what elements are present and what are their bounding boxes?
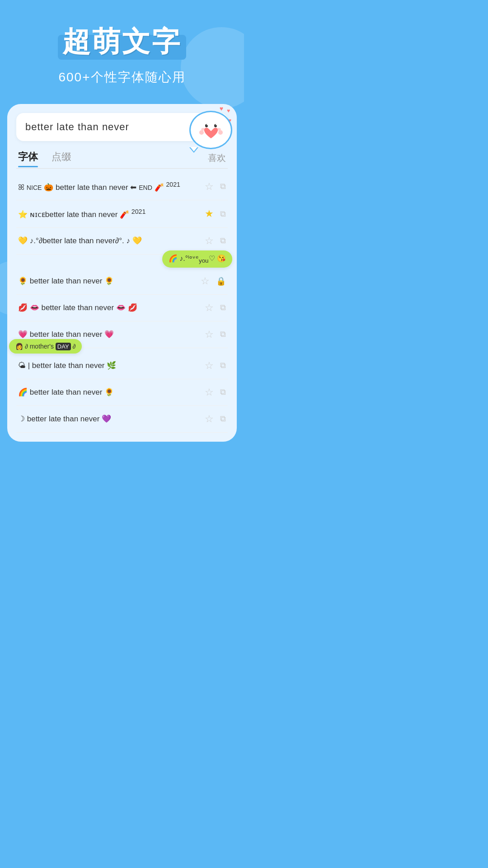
font-item-1: ꕤ NICE 🎃 better late than never ⬅ END 🧨 … — [16, 173, 228, 200]
star-icon-1[interactable]: ☆ — [205, 181, 214, 193]
font-item-3-text: 💛 ♪.°∂better late than never∂°. ♪ 💛 — [18, 236, 205, 246]
font-item-9-text: ☽ better late than never 💜 — [18, 414, 205, 425]
font-item-9: ☽ better late than never 💜 ☆ ⧉ — [16, 406, 228, 433]
font-item-7-actions: ☆ ⧉ — [205, 360, 226, 372]
svg-point-2 — [206, 124, 207, 125]
font-item-6-actions: ☆ ⧉ — [205, 329, 226, 340]
star-icon-5[interactable]: ☆ — [205, 302, 214, 314]
heart-top-2: ♥ — [227, 108, 230, 114]
font-item-3-actions: ☆ ⧉ — [205, 235, 226, 247]
tab-favorites[interactable]: 喜欢 — [208, 152, 226, 164]
copy-icon-8[interactable]: ⧉ — [220, 387, 226, 397]
star-icon-3[interactable]: ☆ — [205, 235, 214, 247]
font-item-9-actions: ☆ ⧉ — [205, 413, 226, 425]
font-item-7-text: 🌤 | better late than never 🌿 — [18, 360, 205, 371]
svg-point-7 — [218, 130, 223, 135]
font-item-8-text: 🌈 better late than never 🌻 — [18, 387, 205, 398]
copy-icon-3[interactable]: ⧉ — [220, 236, 226, 245]
copy-icon-9[interactable]: ⧉ — [220, 414, 226, 424]
font-item-4-actions: ☆ 🔒 — [201, 275, 226, 287]
star-icon-9[interactable]: ☆ — [205, 413, 214, 425]
font-item-2: ⭐ ɴɪᴄᴇbetter late than never 🧨 2021 ★ ⧉ — [16, 200, 228, 227]
header: 超萌文字 600+个性字体随心用 — [0, 0, 244, 95]
main-card: better late than never ♥ ♥ ♥ — [7, 104, 237, 442]
copy-icon-1[interactable]: ⧉ — [220, 182, 226, 191]
font-item-7: 👩 ∂ mother's DAY ∂ 🌤 | better late than … — [16, 353, 228, 379]
font-item-5-text: 💋 👄 better late than never 👄 💋 — [18, 302, 205, 313]
font-item-5: 💋 👄 better late than never 👄 💋 ☆ ⧉ — [16, 295, 228, 321]
font-item-4: 🌻 better late than never 🌻 ☆ 🔒 — [16, 268, 228, 295]
copy-icon-6[interactable]: ⧉ — [220, 330, 226, 339]
star-icon-4[interactable]: ☆ — [201, 275, 210, 287]
tab-font[interactable]: 字体 — [18, 150, 38, 165]
copy-icon-7[interactable]: ⧉ — [220, 361, 226, 370]
font-item-8: 🌈 better late than never 🌻 ☆ ⧉ — [16, 379, 228, 406]
bubble-tail-inner — [190, 147, 197, 151]
tab-divider — [16, 168, 228, 169]
font-item-8-actions: ☆ ⧉ — [205, 387, 226, 398]
font-item-1-actions: ☆ ⧉ — [205, 181, 226, 193]
tab-decoration[interactable]: 点缀 — [52, 150, 71, 165]
subtitle: 600+个性字体随心用 — [9, 69, 235, 86]
input-area[interactable]: better late than never ♥ ♥ ♥ — [16, 113, 228, 141]
font-item-3: 💛 ♪.°∂better late than never∂°. ♪ 💛 ☆ ⧉ … — [16, 228, 228, 255]
character-bubble: ♥ ♥ ♥ — [183, 104, 232, 149]
heart-top-1: ♥ — [220, 105, 223, 112]
font-list: ꕤ NICE 🎃 better late than never ⬅ END 🧨 … — [16, 173, 228, 433]
font-item-4-text: 🌻 better late than never 🌻 — [18, 276, 201, 287]
lock-icon-4: 🔒 — [216, 276, 226, 286]
svg-point-6 — [199, 130, 204, 135]
floating-bubble-7: 👩 ∂ mother's DAY ∂ — [9, 339, 82, 354]
star-icon-2[interactable]: ★ — [205, 208, 214, 220]
font-item-2-actions: ★ ⧉ — [205, 208, 226, 220]
font-item-1-text: ꕤ NICE 🎃 better late than never ⬅ END 🧨 … — [18, 180, 205, 193]
star-icon-6[interactable]: ☆ — [205, 329, 214, 340]
cute-face-svg — [195, 117, 227, 144]
title-brush: 超萌文字 — [62, 23, 182, 61]
main-title: 超萌文字 — [62, 23, 182, 61]
star-icon-8[interactable]: ☆ — [205, 387, 214, 398]
bubble-circle — [189, 111, 232, 149]
font-item-2-text: ⭐ ɴɪᴄᴇbetter late than never 🧨 2021 — [18, 208, 205, 220]
font-item-5-actions: ☆ ⧉ — [205, 302, 226, 314]
copy-icon-2[interactable]: ⧉ — [220, 209, 226, 219]
star-icon-7[interactable]: ☆ — [205, 360, 214, 372]
copy-icon-5[interactable]: ⧉ — [220, 303, 226, 312]
font-item-6-text: 💗 better late than never 💗 — [18, 329, 205, 340]
floating-bubble-3: 🌈 ♪.°ˡᵒᵛᵉyou♡ 😘 — [162, 250, 232, 268]
svg-point-3 — [216, 124, 216, 125]
